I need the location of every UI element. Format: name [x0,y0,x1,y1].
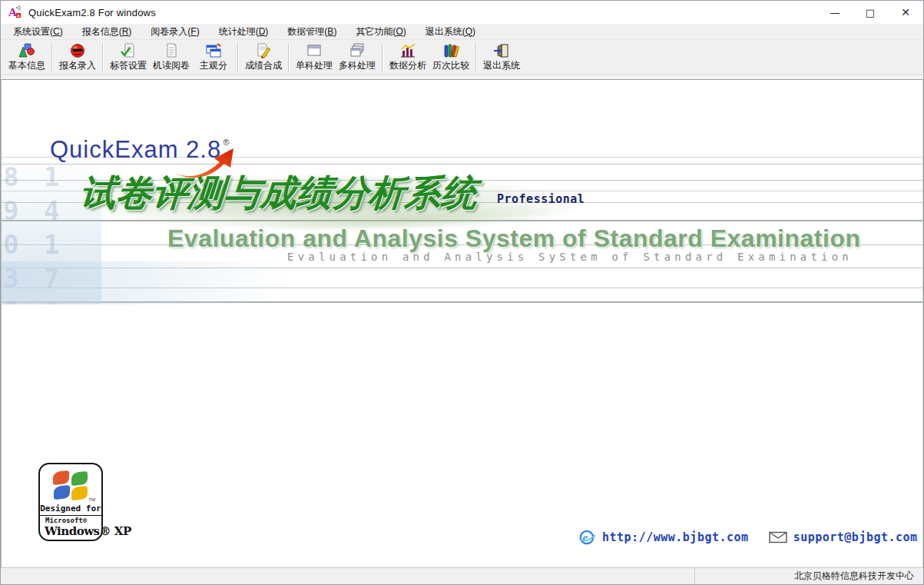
background-watermark-band [2,261,293,304]
exit-system-button[interactable]: 退出系统 [480,42,523,74]
menu-item-data-management[interactable]: 数据管理(B) [281,24,343,40]
toolbar-separator [382,43,383,72]
answer-key-icon [120,43,137,58]
toolbar-label: 报名录入 [59,59,96,72]
chinese-system-title: 试卷评测与成绩分析系统 [78,169,479,218]
badge-divider [40,515,101,516]
subjective-score-button[interactable]: 主观分 [193,42,234,74]
toolbar-label: 机读阅卷 [153,59,190,72]
enroll-entry-icon [69,43,86,58]
app-window: A a QuickExam2.8 For windows — □ ✕ 系统设置(… [0,0,924,585]
scan-grading-icon [163,43,180,58]
website-url: http://www.bjbgt.com [602,530,749,544]
splash-content: 8 1 9 4 0 1 3 7 5 9 2 4 8 0 6 1 QuickExa… [1,80,923,567]
status-bar: 北京贝格特信息科技开发中心 [1,567,923,584]
basic-info-icon [18,43,35,58]
microsoft-text: Microsoft® [40,517,101,524]
trademark-mark: TM [88,497,95,502]
maximize-button[interactable]: □ [853,1,888,24]
subjective-score-icon [205,43,222,58]
toolbar-label: 退出系统 [483,59,520,72]
email-link[interactable]: support@bjbgt.com [769,530,918,544]
history-compare-icon [442,43,459,58]
multi-subject-button[interactable]: 多科处理 [336,42,379,74]
english-title-light: Evaluation and Analysis SyStem of Standa… [287,251,853,263]
enroll-entry-button[interactable]: 报名录入 [56,42,99,74]
minimize-button[interactable]: — [817,1,853,24]
data-analysis-button[interactable]: 数据分析 [386,42,429,74]
ruled-line [2,164,922,165]
single-subject-button[interactable]: 单科处理 [293,42,336,74]
windows-xp-text: Windows® XP [40,524,101,538]
window-controls: — □ ✕ [817,1,923,24]
scan-grading-button[interactable]: 机读阅卷 [150,42,193,74]
windows-xp-badge: TM Designed for Microsoft® Windows® XP [38,463,103,541]
score-compose-button[interactable]: 成绩合成 [242,42,285,74]
data-analysis-icon [399,43,416,58]
toolbar-label: 主观分 [200,59,227,72]
svg-text:e: e [583,531,588,543]
windows-flag-icon: TM [53,471,88,500]
app-icon: A a [8,5,22,19]
status-bar-panel: 北京贝格特信息科技开发中心 [694,568,923,584]
toolbar-label: 基本信息 [8,59,45,72]
multi-subject-icon [349,43,366,58]
english-title-bold: Evaluation and Analysis System of Standa… [167,224,860,253]
toolbar-label: 标答设置 [110,59,147,72]
exit-system-icon [493,43,510,58]
envelope-icon [769,531,787,543]
company-name: 北京贝格特信息科技开发中心 [794,570,914,583]
edition-label: Professional [497,192,585,206]
menu-item-grading-entry[interactable]: 阅卷录入(F) [144,24,205,40]
menu-item-exit-system[interactable]: 退出系统(Q) [419,24,482,40]
close-button[interactable]: ✕ [888,1,923,24]
menu-bar: 系统设置(C) 报名信息(R) 阅卷录入(F) 统计处理(D) 数据管理(B) … [1,24,923,39]
score-compose-icon [255,43,272,58]
title-bar: A a QuickExam2.8 For windows — □ ✕ [1,1,923,24]
toolbar-label: 数据分析 [389,59,426,72]
menu-item-registration-info[interactable]: 报名信息(R) [76,24,138,40]
toolbar-separator [475,43,477,72]
email-address: support@bjbgt.com [793,530,918,544]
toolbar-separator [102,43,104,72]
designed-for-text: Designed for [40,504,101,514]
toolbar-label: 历次比较 [432,59,469,72]
basic-info-button[interactable]: 基本信息 [5,42,48,74]
toolbar-label: 单科处理 [296,59,333,72]
toolbar-separator [237,43,239,72]
website-link[interactable]: e http://www.bjbgt.com [578,528,749,547]
toolbar-separator [288,43,290,72]
menu-item-statistics[interactable]: 统计处理(D) [213,24,275,40]
window-title: QuickExam2.8 For windows [28,7,156,18]
history-compare-button[interactable]: 历次比较 [429,42,472,74]
toolbar: 基本信息 报名录入 标答设置 [1,39,923,75]
single-subject-icon [306,43,323,58]
footer-links: e http://www.bjbgt.com support@bjbgt.com [578,528,923,547]
toolbar-label: 多科处理 [339,59,376,72]
menu-item-system-settings[interactable]: 系统设置(C) [7,24,69,40]
answer-key-button[interactable]: 标答设置 [107,42,150,74]
toolbar-label: 成绩合成 [245,59,282,72]
toolbar-separator [51,43,53,72]
svg-text:A: A [8,6,17,18]
internet-explorer-icon: e [578,528,596,547]
menu-item-other-functions[interactable]: 其它功能(O) [349,24,412,40]
